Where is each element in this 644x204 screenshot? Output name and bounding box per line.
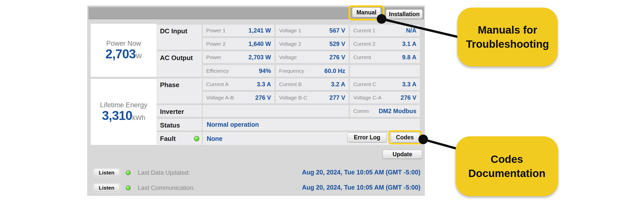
callout-text-line: Codes <box>491 152 523 166</box>
cell-label: Current B <box>279 81 302 87</box>
codes-callout-bubble: Codes Documentation <box>455 136 558 196</box>
cell-value: 277 V <box>329 94 345 101</box>
cell-label: Comm <box>353 108 369 114</box>
cell-label: Power 1 <box>206 28 226 34</box>
lifetime-energy-card: Lifetime Energy 3,310kWh <box>91 79 157 145</box>
cell-label: Voltage 1 <box>279 28 301 34</box>
cell-label: Voltage C-A <box>353 95 382 101</box>
cell-value: 2,703 W <box>249 54 271 61</box>
cell-value: 60.0 Hz <box>324 67 345 74</box>
lifetime-energy-label: Lifetime Energy <box>100 101 147 109</box>
phase-current-c-cell: Current C3.3 A <box>350 79 420 90</box>
ac-output-row-2: Efficiency94% Frequency60.0 Hz <box>203 65 420 76</box>
ac-output-row-1: Power2,703 W Voltage276 V Current9.8 A <box>203 52 420 63</box>
dc-current1-cell: Current 1N/A <box>350 25 420 36</box>
ac-efficiency-cell: Efficiency94% <box>203 65 274 76</box>
cell-value: 3.2 A <box>331 81 345 88</box>
power-now-label: Power Now <box>106 40 141 47</box>
cell-value: 3.3 A <box>257 81 271 88</box>
section-label-phase: Phase <box>157 79 202 103</box>
fault-cell: None <box>203 132 420 145</box>
cell-label: Power <box>206 54 221 60</box>
cell-label: Current <box>353 54 371 60</box>
lifetime-energy-number: 3,310 <box>102 109 132 123</box>
fault-value: None <box>207 135 223 142</box>
codes-connector-line <box>423 139 460 149</box>
cell-value: 567 V <box>329 27 345 34</box>
section-label-inverter: Inverter <box>157 105 202 117</box>
annotated-screenshot: Manual Installation Power Now 2,703W Lif… <box>0 0 644 204</box>
phase-current-b-cell: Current B3.2 A <box>276 79 348 90</box>
cell-label: Current A <box>206 81 229 87</box>
cell-value: DM2 Modbus <box>379 108 416 115</box>
cell-label: Voltage A-B <box>206 95 234 101</box>
lifetime-energy-unit: kWh <box>132 114 145 121</box>
power-now-card: Power Now 2,703W <box>91 24 157 77</box>
listen-button-data[interactable]: Listen <box>94 169 120 176</box>
cell-value: N/A <box>406 27 416 34</box>
inverter-empty-cell <box>203 105 348 117</box>
cell-label: Current C <box>353 81 376 87</box>
cell-label: Current 1 <box>353 28 375 34</box>
cell-value: 1,241 W <box>249 27 271 34</box>
lifetime-energy-value: 3,310kWh <box>102 109 145 122</box>
last-communication-label: Last Communication: <box>138 184 195 191</box>
empty-cell <box>350 65 420 76</box>
manuals-callout-bubble: Manuals for Troubleshooting <box>457 8 558 66</box>
inverter-panel: Manual Installation Power Now 2,703W Lif… <box>87 6 425 196</box>
dc-input-row-1: Power 11,241 W Voltage 1567 V Current 1N… <box>203 25 420 36</box>
dc-power2-cell: Power 21,640 W <box>203 38 274 49</box>
last-data-updated-value: Aug 20, 2024, Tue 10:05 AM (GMT -5:00) <box>302 169 420 176</box>
dc-power1-cell: Power 11,241 W <box>203 25 274 36</box>
phase-voltage-ca-cell: Voltage C-A276 V <box>350 92 420 103</box>
fault-status-led <box>194 136 199 141</box>
power-now-value: 2,703W <box>105 47 142 61</box>
last-communication-value: Aug 20, 2024, Tue 10:05 AM (GMT -5:00) <box>302 184 420 191</box>
section-label-dc-input: DC Input <box>157 25 202 49</box>
cell-label: Efficiency <box>206 68 229 74</box>
inverter-comm-cell: Comm DM2 Modbus <box>350 105 420 117</box>
dc-voltage1-cell: Voltage 1567 V <box>276 25 348 36</box>
callout-text-line: Manuals for <box>478 23 537 37</box>
power-now-number: 2,703 <box>105 47 136 61</box>
status-value: Normal operation <box>207 121 259 128</box>
section-label-ac-output: AC Output <box>157 52 202 76</box>
update-button[interactable]: Update <box>383 150 422 159</box>
ac-power-cell: Power2,703 W <box>203 52 274 63</box>
status-cell: Normal operation <box>203 119 420 130</box>
data-updated-led <box>126 170 131 175</box>
manual-highlight-ring <box>348 5 384 20</box>
cell-value: 3.1 A <box>402 40 416 47</box>
cell-label: Frequency <box>279 68 304 74</box>
cell-value: 276 V <box>400 94 416 101</box>
last-communication-led <box>126 185 131 190</box>
ac-voltage-cell: Voltage276 V <box>276 52 348 63</box>
cell-label: Voltage <box>279 54 297 60</box>
phase-row-2: Voltage A-B276 V Voltage B-C277 V Voltag… <box>203 92 420 103</box>
dc-input-row-2: Power 21,640 W Voltage 2529 V Current 23… <box>203 38 420 49</box>
callout-text-line: Documentation <box>468 166 546 181</box>
callout-text-line: Troubleshooting <box>466 37 549 51</box>
cell-value: 94% <box>259 67 271 74</box>
phase-current-a-cell: Current A3.3 A <box>203 79 274 90</box>
phase-voltage-bc-cell: Voltage B-C277 V <box>276 92 348 103</box>
codes-highlight-ring <box>388 130 422 144</box>
cell-label: Power 2 <box>206 41 226 47</box>
dc-voltage2-cell: Voltage 2529 V <box>276 38 348 49</box>
installation-button[interactable]: Installation <box>386 9 423 19</box>
cell-label: Voltage B-C <box>279 95 307 101</box>
cell-value: 9.8 A <box>402 54 416 61</box>
listen-button-comm[interactable]: Listen <box>94 184 120 192</box>
last-data-updated-label: Last Data Updated: <box>138 169 190 176</box>
error-log-button[interactable]: Error Log <box>347 132 387 142</box>
cell-value: 529 V <box>329 40 345 47</box>
ac-current-cell: Current9.8 A <box>350 52 420 63</box>
cell-label: Current 2 <box>353 41 375 47</box>
cell-value: 276 V <box>329 54 345 61</box>
phase-voltage-ab-cell: Voltage A-B276 V <box>203 92 274 103</box>
phase-row-1: Current A3.3 A Current B3.2 A Current C3… <box>203 79 420 90</box>
cell-value: 276 V <box>255 94 271 101</box>
ac-frequency-cell: Frequency60.0 Hz <box>276 65 348 76</box>
cell-label: Voltage 2 <box>279 41 301 47</box>
power-now-unit: W <box>136 52 142 60</box>
